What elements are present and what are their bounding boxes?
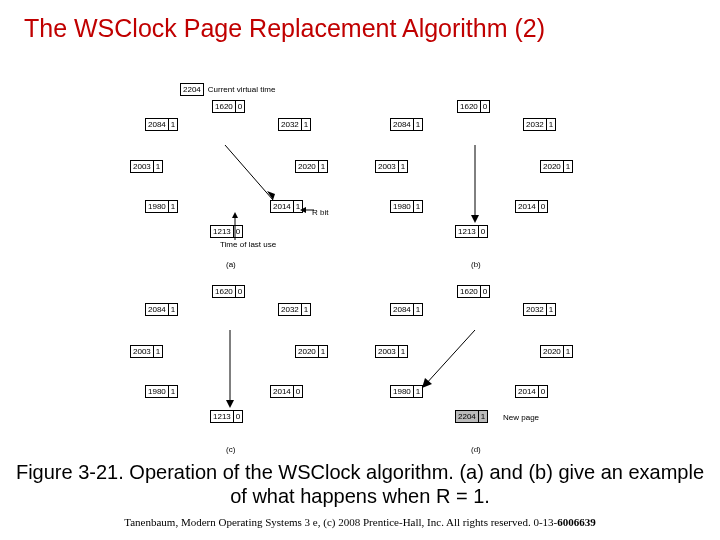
svg-marker-5: [300, 207, 306, 213]
node: 19801: [390, 200, 423, 213]
panel-label-a: (a): [226, 260, 236, 269]
node: 19801: [390, 385, 423, 398]
node: 20031: [375, 345, 408, 358]
node: 16200: [212, 285, 245, 298]
node: 20321: [278, 118, 311, 131]
node: 16200: [457, 285, 490, 298]
time-of-last-use-label: Time of last use: [220, 240, 276, 249]
svg-marker-9: [226, 400, 234, 408]
node: 20321: [278, 303, 311, 316]
node: 19801: [145, 385, 178, 398]
node: 20031: [375, 160, 408, 173]
clock-panel-c: 16200 20321 20201 20140 12130 19801 2003…: [130, 285, 335, 455]
clock-hand-icon: [225, 330, 245, 408]
clock-hand-icon: [470, 145, 490, 223]
node: 20031: [130, 160, 163, 173]
node: 20140: [270, 385, 303, 398]
credit-text: Tanenbaum, Modern Operating Systems 3 e,…: [124, 516, 557, 528]
panel-label-c: (c): [226, 445, 235, 454]
node: 20140: [515, 200, 548, 213]
figure-caption: Figure 3-21. Operation of the WSClock al…: [10, 460, 710, 508]
node: 16200: [212, 100, 245, 113]
credit-isbn: 6006639: [557, 516, 596, 528]
node: 19801: [145, 200, 178, 213]
cvt-label: Current virtual time: [208, 85, 276, 94]
node: 20841: [390, 303, 423, 316]
annotation-arrow-icon: [300, 206, 314, 214]
node: 20031: [130, 345, 163, 358]
node: 20201: [295, 345, 328, 358]
clock-panel-d: 16200 20321 20201 20140 22041 19801 2003…: [375, 285, 580, 455]
node: 20321: [523, 118, 556, 131]
new-page-label: New page: [503, 413, 539, 422]
figure-area: 2204 Current virtual time 16200 20321 20…: [120, 75, 600, 455]
copyright-credit: Tanenbaum, Modern Operating Systems 3 e,…: [10, 516, 710, 528]
svg-line-10: [425, 330, 475, 385]
node-new-page: 22041: [455, 410, 488, 423]
svg-line-0: [225, 145, 273, 200]
slide-title: The WSClock Page Replacement Algorithm (…: [24, 14, 696, 43]
node: 12130: [210, 410, 243, 423]
node: 20841: [390, 118, 423, 131]
node: 20841: [145, 118, 178, 131]
svg-marker-7: [471, 215, 479, 223]
r-bit-label: R bit: [312, 208, 328, 217]
node: 12130: [455, 225, 488, 238]
node: 20201: [540, 345, 573, 358]
clock-panel-a: 16200 20321 20201 20141 12130 19801 2003…: [130, 100, 335, 270]
cvt-value: 2204: [180, 83, 204, 96]
current-virtual-time: 2204 Current virtual time: [180, 83, 275, 96]
annotation-arrow-icon: [230, 212, 240, 240]
node: 20201: [540, 160, 573, 173]
clock-panel-b: 16200 20321 20201 20140 12130 19801 2003…: [375, 100, 580, 270]
node: 20201: [295, 160, 328, 173]
node: 16200: [457, 100, 490, 113]
clock-hand-icon: [420, 330, 480, 390]
clock-hand-icon: [225, 145, 285, 205]
node: 20841: [145, 303, 178, 316]
svg-marker-1: [267, 191, 275, 200]
node: 20321: [523, 303, 556, 316]
node: 20140: [515, 385, 548, 398]
panel-label-d: (d): [471, 445, 481, 454]
panel-label-b: (b): [471, 260, 481, 269]
svg-marker-3: [232, 212, 238, 218]
